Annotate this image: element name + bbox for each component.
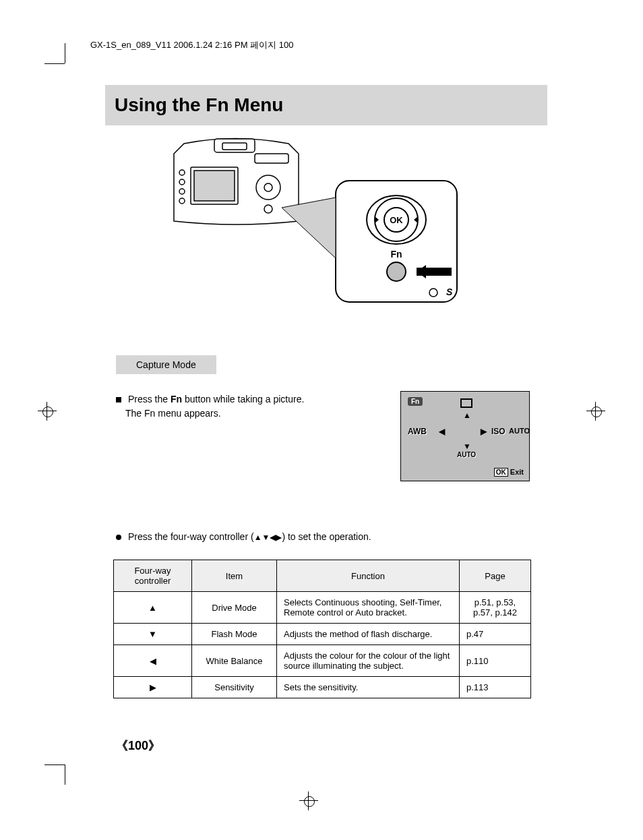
crop-mark xyxy=(65,764,65,785)
svg-rect-3 xyxy=(194,171,235,201)
lcd-fn-badge: Fn xyxy=(408,397,423,406)
reg-mark xyxy=(302,794,315,808)
up-arrow-icon: ▲ xyxy=(463,411,471,420)
th-page: Page xyxy=(460,560,531,592)
awb-label: AWB xyxy=(408,427,427,436)
table-row: ▲ Drive Mode Selects Continuous shooting… xyxy=(114,592,531,624)
fn-bold: Fn xyxy=(171,394,182,404)
svg-point-16 xyxy=(387,262,406,281)
left-arrow-icon: ◀ xyxy=(439,427,445,436)
item-cell: Flash Mode xyxy=(192,624,277,645)
func-cell: Adjusts the colour for the colour of the… xyxy=(277,645,460,677)
fn-table: Four-way controller Item Function Page ▲… xyxy=(113,560,531,698)
file-header: GX-1S_en_089_V11 2006.1.24 2:16 PM 페이지 1… xyxy=(90,39,293,51)
page-cell: p.47 xyxy=(460,624,531,645)
page-cell: p.110 xyxy=(460,645,531,677)
th-function: Function xyxy=(277,560,460,592)
func-cell: Adjusts the method of flash discharge. xyxy=(277,624,460,645)
square-bullet-icon xyxy=(116,397,121,402)
table-header-row: Four-way controller Item Function Page xyxy=(114,560,531,592)
page-title: Using the Fn Menu xyxy=(115,94,283,116)
instruction-1: Press the Fn button while taking a pictu… xyxy=(116,392,304,421)
iso-label: ISO xyxy=(491,427,506,436)
text: The Fn menu appears. xyxy=(125,408,221,419)
text: ) to set the operation. xyxy=(282,531,371,542)
crop-mark xyxy=(65,43,65,63)
reg-mark xyxy=(40,404,54,418)
camera-illustration: OK Fn S xyxy=(160,133,464,310)
reg-mark xyxy=(589,404,603,418)
right-arrow-icon: ▶ xyxy=(481,427,487,436)
func-cell: Sets the sensitivity. xyxy=(277,677,460,698)
svg-point-4 xyxy=(179,170,185,175)
svg-text:S: S xyxy=(446,287,453,297)
item-cell: Drive Mode xyxy=(192,592,277,624)
func-cell: Selects Continuous shooting, Self-Timer,… xyxy=(277,592,460,624)
item-cell: Sensitivity xyxy=(192,677,277,698)
lcd-preview: Fn ▲ ▼ ◀ ▶ AWB ISO AUTO AUTO OK Exit xyxy=(400,391,530,481)
svg-point-10 xyxy=(264,205,272,213)
circle-bullet-icon xyxy=(116,535,121,540)
fn-label: Fn xyxy=(390,249,402,260)
subsection-label: Capture Mode xyxy=(116,355,216,374)
instruction-2: Press the four-way controller (▲▼◀▶) to … xyxy=(116,531,371,542)
svg-rect-1 xyxy=(222,143,247,150)
table-row: ▶ Sensitivity Sets the sensitivity. p.11… xyxy=(114,677,531,698)
text: Press the four-way controller ( xyxy=(128,531,254,542)
text: Press the xyxy=(128,394,171,404)
ok-exit: OK Exit xyxy=(494,468,524,477)
dir-cell: ▼ xyxy=(114,624,192,645)
page-cell: p.113 xyxy=(460,677,531,698)
dir-cell: ◀ xyxy=(114,645,192,677)
flash-auto-label: AUTO xyxy=(457,451,476,458)
svg-rect-11 xyxy=(255,154,288,163)
arrows-icon: ▲▼◀▶ xyxy=(254,533,282,542)
th-controller: Four-way controller xyxy=(114,560,192,592)
table-row: ◀ White Balance Adjusts the colour for t… xyxy=(114,645,531,677)
dir-cell: ▶ xyxy=(114,677,192,698)
page-number: 《100》 xyxy=(116,738,160,754)
drive-mode-icon xyxy=(460,398,472,408)
svg-point-5 xyxy=(179,179,185,185)
iso-auto-label: AUTO xyxy=(509,427,530,435)
crop-mark xyxy=(44,764,65,765)
svg-point-6 xyxy=(179,189,185,194)
text: button while taking a picture. xyxy=(185,394,304,404)
page-cell: p.51, p.53, p.57, p.142 xyxy=(460,592,531,624)
crop-mark xyxy=(44,63,65,64)
table-row: ▼ Flash Mode Adjusts the method of flash… xyxy=(114,624,531,645)
dir-cell: ▲ xyxy=(114,592,192,624)
ok-label: OK xyxy=(390,215,403,225)
ok-box: OK xyxy=(494,468,508,477)
item-cell: White Balance xyxy=(192,645,277,677)
title-bar: Using the Fn Menu xyxy=(105,85,547,125)
down-arrow-icon: ▼ xyxy=(463,442,471,451)
th-item: Item xyxy=(192,560,277,592)
svg-point-9 xyxy=(264,183,272,191)
svg-point-7 xyxy=(179,198,185,204)
exit-label: Exit xyxy=(510,468,524,476)
